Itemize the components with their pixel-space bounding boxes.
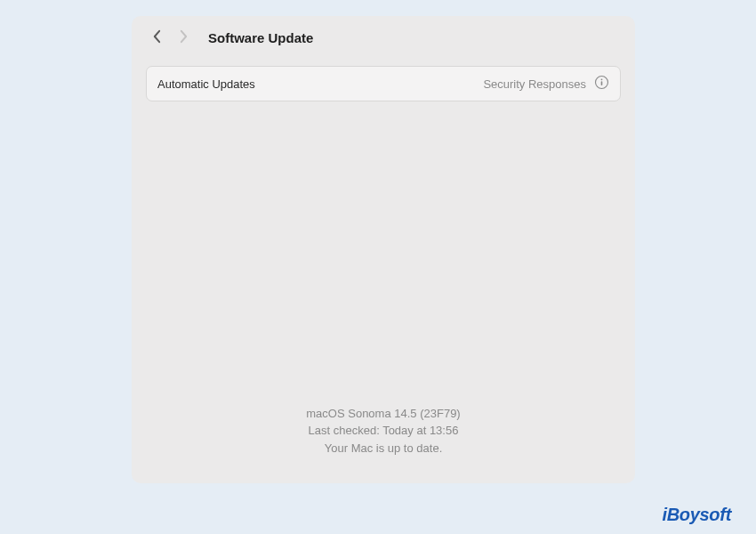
window-header: Software Update xyxy=(132,16,635,57)
up-to-date-text: Your Mac is up to date. xyxy=(132,440,635,457)
os-version-text: macOS Sonoma 14.5 (23F79) xyxy=(132,405,635,423)
row-right-group: Security Responses xyxy=(483,76,609,92)
info-icon xyxy=(594,75,609,93)
info-button[interactable] xyxy=(593,76,609,92)
page-title: Software Update xyxy=(208,30,313,45)
svg-rect-2 xyxy=(600,81,602,85)
forward-button[interactable] xyxy=(173,27,194,48)
automatic-updates-label: Automatic Updates xyxy=(157,77,255,91)
chevron-right-icon xyxy=(178,29,189,46)
last-checked-text: Last checked: Today at 13:56 xyxy=(132,422,635,440)
back-button[interactable] xyxy=(146,27,167,48)
automatic-updates-row[interactable]: Automatic Updates Security Responses xyxy=(146,66,621,101)
watermark-logo: iBoysoft xyxy=(662,505,731,525)
status-block: macOS Sonoma 14.5 (23F79) Last checked: … xyxy=(132,405,635,457)
svg-point-1 xyxy=(600,78,602,80)
chevron-left-icon xyxy=(151,29,163,46)
automatic-updates-value: Security Responses xyxy=(483,77,586,91)
software-update-window: Software Update Automatic Updates Securi… xyxy=(132,16,635,483)
